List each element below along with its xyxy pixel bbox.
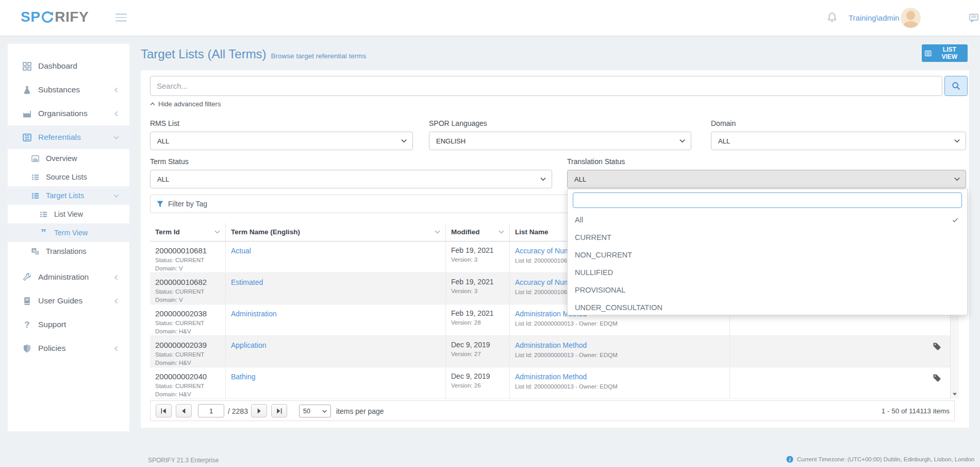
table-cell: 200000010681Status: CURRENTDomain: V [150,241,225,272]
wrench-icon [23,273,31,282]
sidebar-item-source-lists[interactable]: Source Lists [8,168,129,186]
term-status-value: ALL [157,175,169,183]
sidebar-item-support[interactable]: ?Support [8,313,129,336]
translation-status-select[interactable]: ALL [567,170,966,188]
dropdown-option-nullified[interactable]: NULLIFIED [568,264,967,281]
term-name-link[interactable]: Application [231,341,267,349]
last-page-button[interactable] [271,404,287,417]
next-page-button[interactable] [251,404,267,417]
page-title: Target Lists (All Terms) [141,47,267,61]
chevron-left-icon [113,275,119,280]
sidebar-item-target-lists[interactable]: Target Lists [8,186,129,205]
sidebar-item-translations[interactable]: ATranslations [8,242,129,261]
first-page-icon [160,408,167,414]
dropdown-option-under-consultation[interactable]: UNDER_CONSULTATION [568,299,967,316]
domain-select[interactable]: ALL [711,132,966,150]
term-status-label: Term Status [150,157,189,166]
sporify-logo[interactable]: SP RIFY [21,9,89,25]
list-icon [925,50,932,57]
sidebar-item-list-view[interactable]: List View [8,205,129,223]
term-name-link[interactable]: Bathing [231,373,255,381]
grid-icon [23,62,31,71]
sidebar-item-referentials[interactable]: Referentials [8,125,129,149]
term-status-text: Status: CURRENT [155,383,220,389]
previous-page-button[interactable] [176,404,192,417]
sidebar-item-term-view[interactable]: ”Term View [8,223,129,242]
tag-icon[interactable] [933,342,941,350]
table-row: 200000002039Status: CURRENTDomain: H&VAp… [150,336,950,367]
spor-languages-select[interactable]: ENGLISH [429,132,691,150]
tag-icon[interactable] [933,374,941,382]
sidebar: DashboardSubstancesOrganisationsReferent… [8,44,129,431]
version-text: Version: 3 [451,288,504,294]
term-status-text: Status: CURRENT [155,288,220,295]
term-name-link[interactable]: Actual [231,247,251,255]
sidebar-item-organisations[interactable]: Organisations [8,102,129,125]
question-icon: ? [23,320,31,329]
info-icon: i [786,456,793,463]
username-link[interactable]: Training\admin [849,13,900,22]
term-name-link[interactable]: Administration [231,310,277,318]
column-header-term-name-english[interactable]: Term Name (English) [225,223,445,241]
spor-languages-value: ENGLISH [436,137,466,145]
list-id-text: List Id: 200000000013 - Owner: EDQM [515,320,724,327]
column-header-term-id[interactable]: Term Id [150,223,225,241]
chevron-left-icon [113,87,119,93]
sort-chevron-icon [435,230,440,234]
page-number-input[interactable] [198,404,224,417]
scroll-down-icon[interactable] [953,393,957,396]
svg-text:?: ? [24,320,29,329]
dropdown-option-all[interactable]: All [568,211,967,229]
avatar[interactable] [901,8,921,28]
column-header-modified[interactable]: Modified [445,223,509,241]
items-per-page-select[interactable]: 50 [299,405,331,417]
chat-icon[interactable] [969,13,978,23]
next-page-icon [256,408,262,414]
term-id: 200000002038 [155,309,220,318]
list-icon [40,211,47,218]
page-subtitle: Browse target referential terms [271,52,367,60]
table-cell: Bathing [225,367,445,398]
rms-list-select[interactable]: ALL [150,132,413,150]
dropdown-option-provisional[interactable]: PROVISIONAL [568,281,967,299]
quote-icon: ” [40,229,47,237]
first-page-button[interactable] [156,404,172,417]
factory-icon [23,109,31,118]
sidebar-item-overview[interactable]: Overview [8,149,129,168]
option-label: All [575,216,583,224]
rms-list-value: ALL [157,137,169,145]
sidebar-item-dashboard[interactable]: Dashboard [8,54,129,78]
search-button[interactable] [944,76,968,96]
sidebar-item-label: Support [38,320,66,329]
sort-chevron-icon [214,230,220,234]
top-bar: SP RIFY Training\admin [0,0,980,36]
book-icon [23,297,31,305]
term-id: 200000010682 [155,278,220,286]
list-name-link[interactable]: Administration Method [515,373,587,381]
sidebar-item-substances[interactable]: Substances [8,78,129,102]
list-view-button[interactable]: LIST VIEW [922,44,968,62]
domain-label: Domain [711,119,736,127]
term-name-link[interactable]: Estimated [231,278,263,286]
rms-list-label: RMS List [150,119,179,127]
table-cell: Administration MethodList Id: 2000000000… [509,367,729,398]
list-name-link[interactable]: Administration Method [515,341,587,349]
hide-advanced-filters-link[interactable]: Hide advanced filters [150,100,221,108]
hamburger-menu-icon[interactable] [115,13,127,24]
sidebar-item-policies[interactable]: Policies [8,336,129,360]
search-input[interactable] [150,76,942,96]
sidebar-item-administration[interactable]: Administration [8,265,129,289]
sidebar-item-user-guides[interactable]: User Guides [8,289,129,313]
dropdown-option-current[interactable]: CURRENT [568,229,967,246]
modified-date: Dec 9, 2019 [451,372,504,380]
table-cell: Administration MethodList Id: 2000000000… [509,336,729,367]
logo-text-sp: SP [21,9,40,25]
dropdown-filter-input[interactable] [573,192,962,208]
bell-icon[interactable] [827,12,837,23]
column-label: List Name [515,228,549,236]
sidebar-item-label: Target Lists [46,191,84,200]
dropdown-option-non-current[interactable]: NON_CURRENT [568,246,967,264]
term-status-select[interactable]: ALL [150,170,552,188]
domain-value: ALL [718,137,730,145]
page-heading: Target Lists (All Terms) Browse target r… [141,47,366,61]
